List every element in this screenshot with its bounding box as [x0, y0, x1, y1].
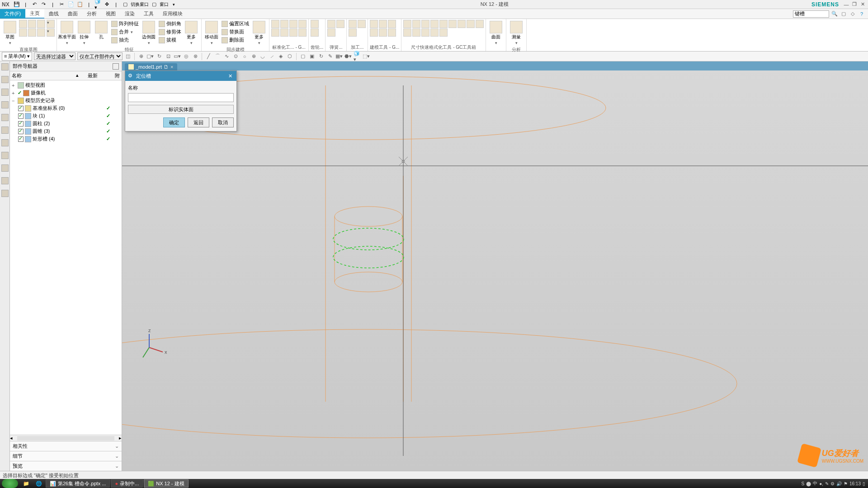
dim-icon[interactable] — [403, 28, 411, 37]
pattern-button[interactable]: 阵列特征 — [110, 20, 140, 28]
tool-icon[interactable] — [379, 28, 387, 37]
tab-analysis[interactable]: 分析 — [82, 9, 101, 19]
view-icon[interactable]: ⬚▾ — [363, 53, 370, 60]
tray-icon[interactable]: ⬤ — [806, 481, 811, 486]
dim-icon[interactable] — [430, 20, 439, 28]
pin-icon[interactable] — [113, 63, 119, 70]
snap-icon[interactable]: ◈ — [277, 53, 284, 60]
snap-icon[interactable]: ⊡ — [165, 53, 172, 60]
mach-icon[interactable] — [349, 20, 357, 28]
snap-icon[interactable]: ∿ — [223, 53, 230, 60]
dim-icon[interactable] — [403, 20, 411, 28]
trim-button[interactable]: 修剪体 — [158, 28, 182, 36]
tab-app[interactable]: 应用模块 — [158, 9, 187, 19]
replace-face-button[interactable]: 替换面 — [221, 28, 250, 36]
paste-icon[interactable]: 📋 — [76, 1, 84, 8]
tool-icon[interactable] — [370, 28, 378, 37]
file-tab[interactable]: _model1.prt 🗋 × — [125, 63, 177, 70]
nav-preview-section[interactable]: 预览⌄ — [10, 461, 122, 471]
snap-icon[interactable]: ⊕ — [250, 53, 257, 60]
shell-button[interactable]: 抽壳 — [110, 36, 140, 44]
checkbox[interactable] — [18, 136, 24, 142]
snap-icon[interactable]: ⊕ — [137, 53, 145, 60]
checkbox[interactable] — [18, 106, 24, 111]
cut-icon[interactable]: ✂ — [58, 1, 66, 8]
dim-icon[interactable] — [430, 28, 439, 37]
help-icon[interactable]: ? — [858, 10, 865, 18]
gear-icon[interactable] — [311, 28, 319, 37]
surface-button[interactable]: 曲面▾ — [488, 20, 504, 46]
taskbar-task-active[interactable]: 🟩NX 12 - 建模 — [144, 479, 188, 488]
menu-file[interactable]: 文件(F) — [0, 9, 25, 19]
more-sync-button[interactable]: 更多▾ — [251, 20, 267, 46]
snap-icon[interactable]: ▢▾ — [146, 53, 154, 60]
rail-history-icon[interactable] — [1, 152, 9, 159]
dim-icon[interactable] — [448, 20, 457, 28]
tray-ime-icon[interactable]: 中 — [813, 480, 817, 487]
dim-icon[interactable] — [421, 28, 429, 37]
taskbar-task[interactable]: 📊第26集 槽命令.pptx ... — [46, 479, 110, 488]
dialog-titlebar[interactable]: ⚙ 定位槽 ✕ — [125, 71, 236, 81]
nav-dependency-section[interactable]: 相关性⌄ — [10, 441, 122, 451]
arc-icon[interactable] — [19, 28, 27, 37]
spring-icon[interactable] — [327, 28, 335, 37]
snap-icon[interactable]: ⊙ — [232, 53, 239, 60]
std-icon[interactable] — [271, 28, 279, 37]
chamfer-button[interactable]: 倒斜角 — [158, 20, 182, 28]
gear-icon[interactable] — [311, 20, 319, 28]
view-icon[interactable]: ⬣▾ — [344, 53, 352, 60]
feature-tree[interactable]: +模型视图 +✓摄像机 −模型历史记录 基准坐标系 (0)✓ 块 (1)✓ 圆柱… — [10, 80, 122, 435]
csys-icon[interactable]: 🧊▾ — [94, 1, 102, 8]
tab-curve[interactable]: 曲线 — [44, 9, 63, 19]
offset-region-button[interactable]: 偏置区域 — [221, 20, 250, 28]
collapse-icon[interactable]: − — [12, 98, 16, 103]
snap-icon[interactable]: ○ — [241, 53, 248, 60]
touch-icon[interactable]: ✥ — [104, 1, 111, 8]
std-icon[interactable] — [271, 20, 279, 28]
rail-assembly-icon[interactable] — [1, 89, 9, 96]
dim-icon[interactable] — [458, 20, 466, 28]
dialog-close-icon[interactable]: ✕ — [226, 72, 234, 80]
profile-icon[interactable] — [19, 20, 27, 28]
tab-home[interactable]: 主页 — [25, 9, 44, 19]
tool-icon[interactable] — [379, 20, 387, 28]
rail-settings-icon[interactable] — [1, 63, 9, 70]
snap-icon[interactable]: ⊗ — [192, 53, 199, 60]
minimize-icon[interactable]: — — [843, 1, 850, 8]
more-feature-button[interactable]: 更多▾ — [183, 20, 199, 46]
back-button[interactable]: 返回 — [188, 117, 209, 127]
rail-roles-icon[interactable] — [1, 164, 9, 172]
explorer-icon[interactable]: 📁 — [20, 479, 32, 488]
nav-details-section[interactable]: 细节⌄ — [10, 451, 122, 461]
mach-icon[interactable] — [358, 20, 366, 28]
selection-filter-select[interactable]: 无选择过滤器 — [34, 52, 75, 60]
redo-icon[interactable]: ↷ — [40, 1, 47, 8]
hole-button[interactable]: 孔 — [93, 20, 109, 41]
tray-clock[interactable]: 16:13 — [849, 481, 861, 486]
close-tab-icon[interactable]: × — [170, 64, 173, 70]
col-name[interactable]: 名称 — [12, 72, 76, 79]
dim-icon[interactable] — [439, 28, 448, 37]
tree-model-views[interactable]: +模型视图 — [10, 81, 122, 89]
tree-cone[interactable]: 圆锥 (3)✓ — [10, 127, 122, 135]
search-icon[interactable]: 🔍 — [831, 10, 838, 18]
snap-icon[interactable]: ⬡ — [286, 53, 293, 60]
snap-icon[interactable]: ↻ — [156, 53, 163, 60]
view-icon[interactable]: ↻ — [317, 53, 325, 60]
datum-plane-button[interactable]: 基准平面▾ — [59, 20, 75, 46]
tab-view[interactable]: 视图 — [101, 9, 120, 19]
nav-hscroll[interactable]: ◂▸ — [10, 435, 122, 441]
move-face-button[interactable]: 移动面▾ — [203, 20, 220, 46]
rail-more-icon[interactable] — [1, 190, 9, 197]
dim-icon[interactable] — [467, 20, 475, 28]
std-icon[interactable] — [289, 28, 297, 37]
draft-button[interactable]: 拔模 — [158, 36, 182, 44]
spring-icon[interactable] — [327, 20, 335, 28]
taskbar-task[interactable]: ●录制中... — [111, 479, 143, 488]
measure-button[interactable]: 测量▾ — [508, 20, 524, 46]
identify-solid-face-button[interactable]: 标识实体面 — [128, 105, 234, 114]
tree-cylinder[interactable]: 圆柱 (2)✓ — [10, 120, 122, 127]
option2-icon[interactable]: ◇ — [849, 10, 856, 18]
snap-icon[interactable]: ⌒ — [214, 53, 221, 60]
point-icon[interactable] — [37, 28, 45, 37]
